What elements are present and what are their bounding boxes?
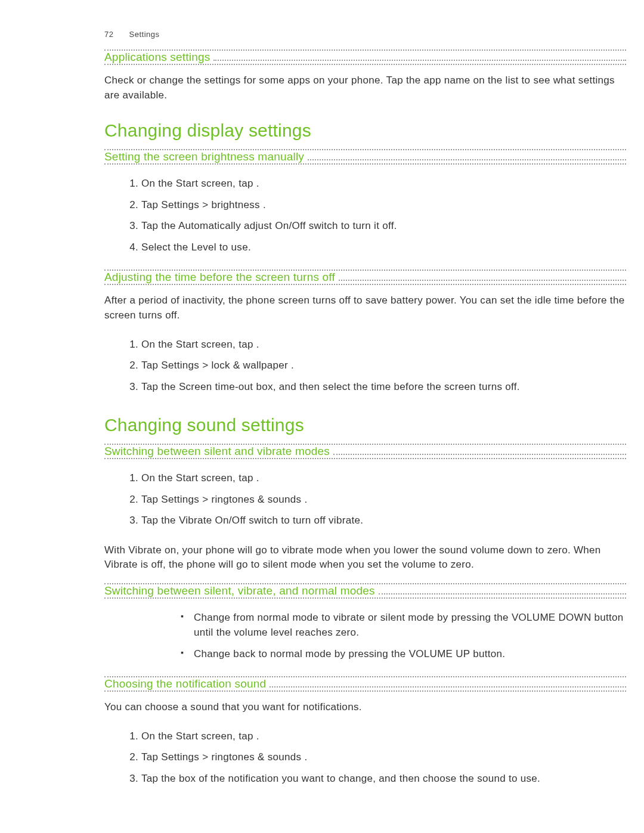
divider [104, 597, 626, 599]
divider [104, 284, 626, 285]
subheading-brightness: Setting the screen brightness manually [104, 150, 626, 163]
list-item: Tap the Automatically adjust On/Off swit… [141, 215, 626, 237]
divider [104, 458, 626, 459]
list-item: Tap Settings > lock & wallpaper . [141, 355, 626, 376]
bullet-list-modes: Change from normal mode to vibrate or si… [104, 607, 626, 665]
subheading-text: Applications settings [104, 51, 210, 64]
list-item: Change back to normal mode by pressing t… [181, 643, 626, 665]
list-item: On the Start screen, tap . [141, 173, 626, 194]
list-item: On the Start screen, tap . [141, 726, 626, 747]
section-title-sound: Changing sound settings [104, 415, 626, 435]
divider [213, 60, 626, 61]
list-item: Tap Settings > brightness . [141, 194, 626, 216]
subheading-text: Choosing the notification sound [104, 677, 266, 690]
subheading-text: Switching between silent and vibrate mod… [104, 445, 330, 458]
subheading-modes: Switching between silent, vibrate, and n… [104, 584, 626, 597]
paragraph: With Vibrate on, your phone will go to v… [104, 543, 626, 572]
list-item: Tap Settings > ringtones & sounds . [141, 489, 626, 510]
paragraph: After a period of inactivity, the phone … [104, 293, 626, 323]
ordered-list-vibrate: On the Start screen, tap . Tap Settings … [104, 467, 626, 531]
list-item: Tap Settings > ringtones & sounds . [141, 747, 626, 768]
ordered-list-timeout: On the Start screen, tap . Tap Settings … [104, 334, 626, 398]
subheading-text: Setting the screen brightness manually [104, 150, 304, 163]
paragraph: Check or change the settings for some ap… [104, 73, 626, 103]
divider [104, 163, 626, 165]
list-item: Tap the Screen time-out box, and then se… [141, 376, 626, 398]
list-item: On the Start screen, tap . [141, 467, 626, 489]
subheading-text: Switching between silent, vibrate, and n… [104, 584, 375, 597]
manual-page: 72 Settings Applications settings Check … [0, 0, 644, 833]
subheading-notification-sound: Choosing the notification sound [104, 677, 626, 690]
page-header: 72 Settings [104, 30, 626, 39]
subheading-silent-vibrate: Switching between silent and vibrate mod… [104, 445, 626, 458]
divider [270, 686, 626, 688]
header-section-name: Settings [129, 30, 160, 39]
ordered-list-brightness: On the Start screen, tap . Tap Settings … [104, 173, 626, 258]
divider [379, 593, 626, 594]
divider [339, 280, 626, 281]
subheading-text: Adjusting the time before the screen tur… [104, 271, 335, 284]
divider [104, 64, 626, 65]
page-number: 72 [104, 30, 113, 39]
subheading-applications-settings: Applications settings [104, 51, 626, 64]
list-item: Change from normal mode to vibrate or si… [181, 607, 626, 643]
divider [308, 159, 626, 160]
list-item: On the Start screen, tap . [141, 334, 626, 355]
paragraph: You can choose a sound that you want for… [104, 700, 626, 715]
subheading-screen-timeout: Adjusting the time before the screen tur… [104, 271, 626, 284]
divider [104, 690, 626, 692]
ordered-list-notification: On the Start screen, tap . Tap Settings … [104, 726, 626, 789]
section-title-display: Changing display settings [104, 120, 626, 141]
list-item: Tap the Vibrate On/Off switch to turn of… [141, 510, 626, 531]
list-item: Select the Level to use. [141, 237, 626, 258]
list-item: Tap the box of the notification you want… [141, 768, 626, 789]
divider [333, 454, 626, 455]
